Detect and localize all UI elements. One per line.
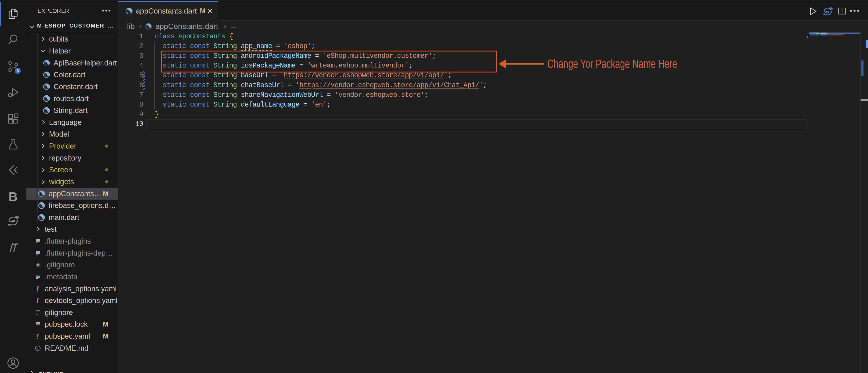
svg-text:diff: diff (825, 11, 829, 13)
svg-text:diff: diff (10, 220, 16, 223)
